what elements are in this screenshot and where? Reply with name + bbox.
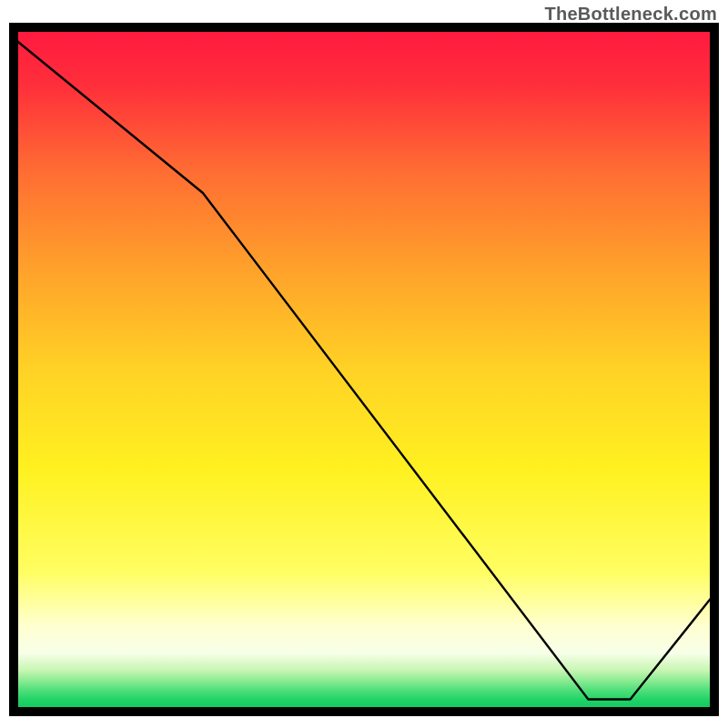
chart-stage: TheBottleneck.com (0, 0, 728, 728)
gradient-body (18, 32, 710, 707)
bottleneck-chart (0, 0, 728, 728)
